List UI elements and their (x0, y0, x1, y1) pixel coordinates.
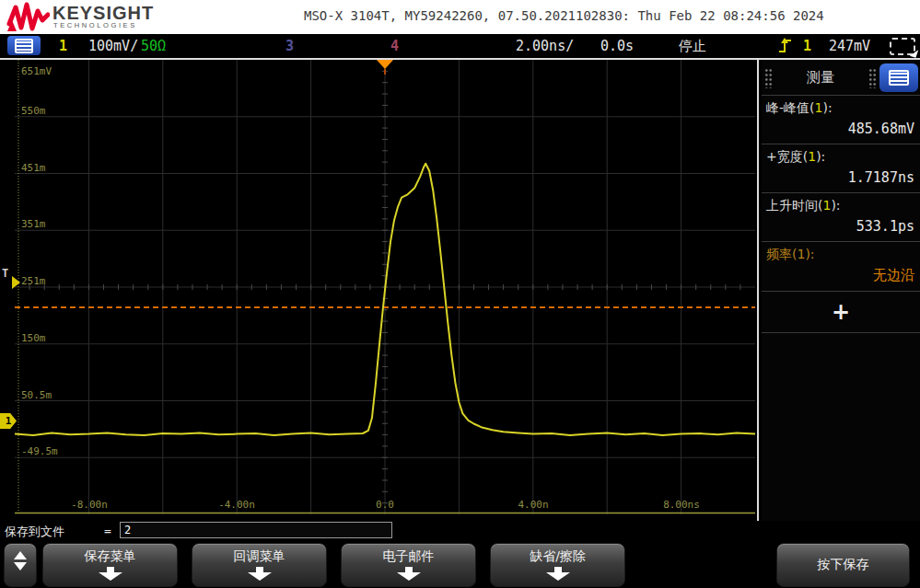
trigger-level-arrow-icon (12, 276, 20, 289)
down-arrow-icon (248, 567, 272, 581)
title-bar: KEYSIGHT TECHNOLOGIES MSO-X 3104T, MY592… (0, 0, 920, 34)
trigger-source[interactable]: 1 (803, 38, 811, 54)
measurement-value: 533.1ps (766, 214, 914, 235)
add-measurement-button[interactable]: + (762, 292, 920, 333)
measurement-panel-title: 测量 (775, 69, 866, 86)
measurement-value: 无边沿 (766, 263, 914, 284)
measurement-panel-header[interactable]: 测量 (762, 61, 920, 96)
y-axis-label: 251m (21, 275, 46, 287)
trigger-time-arrow-icon (377, 60, 393, 69)
measurement-panel: 测量 峰-峰值(1): 485.68mV +宽度(1): 1.7187ns 上升… (762, 61, 920, 521)
up-down-arrows-icon (13, 551, 28, 571)
y-axis-label: 651mV (21, 65, 52, 77)
down-arrow-icon (397, 567, 421, 581)
measurement-value: 485.68mV (766, 117, 914, 137)
channel1-badge[interactable]: 1 (59, 38, 67, 54)
trigger-level-letter: T (2, 267, 8, 280)
grip-dots-icon (868, 68, 877, 88)
y-axis-label: -49.5m (21, 445, 58, 457)
measurement-value: 1.7187ns (766, 166, 914, 186)
trigger-level[interactable]: 247mV (829, 38, 870, 54)
trigger-time-stem (384, 69, 386, 75)
trigger-level-marker[interactable]: T (2, 269, 22, 293)
softkey-label: 回调菜单 (192, 548, 326, 565)
y-axis-label: 150m (21, 332, 46, 344)
measurement-label: 峰-峰值(1): (766, 100, 914, 117)
timebase-delay[interactable]: 0.0s (600, 38, 634, 54)
channel1-coupling: 50Ω (141, 38, 166, 54)
save-menu-softkey[interactable]: 保存菜单 (42, 543, 178, 587)
entry-knob-softkey[interactable] (4, 543, 37, 587)
measurement-row-peak-peak[interactable]: 峰-峰值(1): 485.68mV (762, 96, 920, 144)
hamburger-menu-icon (889, 70, 909, 86)
press-to-save-softkey[interactable]: 按下保存 (776, 543, 910, 587)
hamburger-menu-icon (15, 39, 33, 53)
softkey-label: 保存菜单 (43, 548, 177, 565)
panel-separator (757, 58, 759, 521)
down-arrow-icon (546, 567, 570, 581)
channel3-badge[interactable]: 3 (285, 38, 294, 54)
y-axis-label: 351m (21, 218, 46, 230)
down-arrow-icon (99, 567, 122, 581)
email-softkey[interactable]: 电子邮件 (341, 543, 476, 587)
zone-trigger-icon[interactable] (890, 38, 915, 55)
x-axis-label: 4.00n (518, 499, 548, 511)
status-bar: 1 100mV/ 50Ω 3 4 2.00ns/ 0.0s 停止 1 247mV (0, 34, 920, 58)
save-to-file-label: 保存到文件 (5, 524, 64, 540)
x-axis-label: 0.0 (376, 499, 394, 511)
measurement-row-pos-width[interactable]: +宽度(1): 1.7187ns (762, 144, 920, 193)
grip-dots-icon (764, 68, 773, 88)
softkey-label: 按下保存 (777, 544, 909, 586)
waveform-canvas (15, 60, 755, 514)
save-file-row: 保存到文件 = (0, 521, 920, 541)
measurement-label: 上升时间(1): (766, 198, 914, 214)
waveform-display: 651mV 550m 451m 351m 251m 150m 50.5m -49… (15, 60, 755, 514)
measurement-label: +宽度(1): (766, 149, 914, 166)
x-axis-label: -8.00n (71, 499, 108, 511)
measurement-row-frequency[interactable]: 频率(1): 无边沿 (762, 242, 920, 292)
softkey-label: 电子邮件 (342, 548, 475, 565)
measurement-label: 频率(1): (766, 247, 914, 263)
measurement-row-rise-time[interactable]: 上升时间(1): 533.1ps (762, 193, 920, 242)
x-axis-label: -4.00n (218, 499, 255, 511)
equals-sign: = (104, 524, 111, 537)
y-axis-label: 550m (21, 105, 46, 117)
filename-input[interactable] (120, 522, 392, 538)
main-menu-button[interactable] (7, 36, 41, 55)
x-axis-label: 8.00ns (663, 499, 700, 511)
softkey-label: 缺省/擦除 (491, 548, 624, 565)
channel4-badge[interactable]: 4 (390, 38, 399, 54)
timebase-scale[interactable]: 2.00ns/ (516, 38, 574, 54)
y-axis-label: 50.5m (21, 389, 52, 401)
default-erase-softkey[interactable]: 缺省/擦除 (490, 543, 625, 587)
acquisition-state: 停止 (679, 38, 706, 55)
measurement-menu-button[interactable] (879, 63, 918, 92)
recall-menu-softkey[interactable]: 回调菜单 (192, 543, 327, 587)
y-axis-label: 451m (21, 162, 46, 174)
brand-subtitle: TECHNOLOGIES (53, 21, 137, 29)
trigger-time-marker[interactable] (377, 60, 393, 75)
instrument-title: MSO-X 3104T, MY59242260, 07.50.202110283… (304, 8, 824, 23)
channel1-scale[interactable]: 100mV/ (88, 38, 138, 54)
edge-trigger-icon (778, 37, 793, 58)
keysight-logo-icon (6, 2, 50, 32)
